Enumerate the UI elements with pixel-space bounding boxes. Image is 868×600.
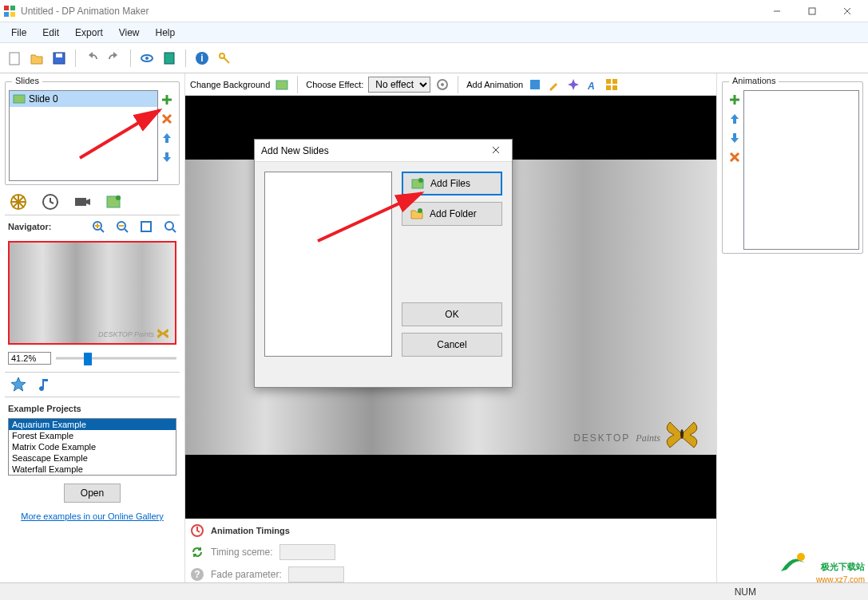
ok-button[interactable]: OK <box>402 302 502 326</box>
change-bg-label: Change Background <box>190 80 270 89</box>
delete-anim-button[interactable] <box>728 151 741 164</box>
effect-select[interactable]: No effect <box>368 77 430 93</box>
navigator-preview[interactable]: DESKTOP Paints <box>8 241 176 345</box>
separator <box>75 49 76 67</box>
anim-move-up-button[interactable] <box>728 112 741 125</box>
svg-point-40 <box>680 429 684 439</box>
site-watermark: 极光下载站 www.xz7.com <box>777 538 865 586</box>
add-folder-button[interactable]: Add Folder <box>402 202 502 226</box>
clock-tab[interactable] <box>42 193 59 211</box>
add-anim-grid-button[interactable] <box>604 77 619 92</box>
anim-move-down-button[interactable] <box>728 132 741 144</box>
add-anim-film-button[interactable] <box>528 77 542 92</box>
delete-slide-button[interactable] <box>161 112 173 125</box>
slides-label: Slides <box>12 76 42 85</box>
add-files-label: Add Files <box>430 178 470 189</box>
open-example-button[interactable]: Open <box>64 484 121 503</box>
zoom-input[interactable] <box>8 352 51 365</box>
close-icon <box>492 146 500 154</box>
zoom-row <box>5 348 180 369</box>
music-tab[interactable] <box>35 376 53 393</box>
save-button[interactable] <box>50 49 69 68</box>
project-tabs <box>5 372 180 397</box>
example-item[interactable]: Waterfall Example <box>9 464 176 475</box>
menu-edit[interactable]: Edit <box>34 24 67 41</box>
right-panel: Animations <box>716 73 868 582</box>
butterfly-icon <box>156 327 170 338</box>
undo-button[interactable] <box>82 49 101 68</box>
animations-side-buttons <box>726 90 743 250</box>
menu-export[interactable]: Export <box>67 24 111 41</box>
dialog-body: Add Files Add Folder OK Cancel <box>255 162 512 366</box>
gallery-link[interactable]: More examples in our Online Gallery <box>21 511 164 521</box>
zoom-out-icon[interactable] <box>116 220 129 233</box>
num-indicator: NUM <box>735 586 756 598</box>
slides-list[interactable]: Slide 0 <box>9 90 158 181</box>
separator <box>130 49 131 67</box>
camera-tab[interactable] <box>73 193 91 211</box>
new-button[interactable] <box>5 49 24 68</box>
file-icon <box>7 51 22 65</box>
add-slides-dialog: Add New Slides Add Files Add Folder OK C… <box>254 139 513 388</box>
redo-icon <box>107 51 121 65</box>
wheel-tab[interactable] <box>10 193 27 211</box>
svg-point-26 <box>116 195 121 200</box>
minimize-button[interactable] <box>759 0 795 22</box>
animations-list[interactable] <box>743 90 859 250</box>
menu-view[interactable]: View <box>111 24 148 41</box>
site-name: 极光下载站 <box>821 561 865 573</box>
svg-rect-29 <box>141 222 151 231</box>
eye-icon <box>140 51 154 65</box>
effect-settings-button[interactable] <box>435 77 450 92</box>
slides-group: Slides Slide 0 <box>5 81 180 185</box>
menu-help[interactable]: Help <box>148 24 184 41</box>
svg-rect-38 <box>606 85 611 90</box>
image-tab[interactable] <box>105 193 123 211</box>
open-button[interactable] <box>27 49 46 68</box>
svg-text:?: ? <box>194 569 200 580</box>
window-controls <box>759 0 865 22</box>
register-button[interactable] <box>215 49 234 68</box>
zoom-actual-icon[interactable] <box>164 220 176 233</box>
zoom-slider[interactable] <box>56 351 176 365</box>
dialog-close-button[interactable] <box>486 145 505 156</box>
cancel-button[interactable]: Cancel <box>402 333 502 357</box>
star-tab[interactable] <box>10 376 27 393</box>
close-button[interactable] <box>830 0 865 22</box>
butterfly-icon <box>664 418 700 450</box>
example-item[interactable]: Forest Example <box>9 430 176 441</box>
menu-file[interactable]: File <box>3 24 34 41</box>
add-anim-button[interactable] <box>728 93 741 106</box>
dialog-file-list[interactable] <box>264 172 392 357</box>
slide-item[interactable]: Slide 0 <box>10 91 157 107</box>
slider-track <box>56 357 176 360</box>
add-anim-text-button[interactable]: A <box>585 77 600 92</box>
slider-thumb[interactable] <box>84 353 92 365</box>
folder-open-icon <box>30 51 44 65</box>
examples-list[interactable]: Aquarium Example Forest Example Matrix C… <box>8 418 176 476</box>
move-down-button[interactable] <box>161 151 173 164</box>
example-item[interactable]: Matrix Code Example <box>9 441 176 452</box>
preview-button[interactable] <box>137 49 157 68</box>
add-files-button[interactable]: Add Files <box>402 172 502 195</box>
example-item[interactable]: Seascape Example <box>9 452 176 464</box>
zoom-fit-icon[interactable] <box>140 220 153 233</box>
add-slide-button[interactable] <box>161 93 173 106</box>
redo-button[interactable] <box>105 49 124 68</box>
add-anim-brush-button[interactable] <box>547 77 561 92</box>
dialog-title: Add New Slides <box>261 145 486 156</box>
timing-scheme-select <box>279 544 335 560</box>
svg-rect-24 <box>75 198 86 206</box>
main-toolbar: i <box>0 43 868 73</box>
svg-rect-37 <box>612 79 617 84</box>
maximize-button[interactable] <box>795 0 830 22</box>
change-bg-button[interactable] <box>275 77 289 92</box>
move-up-button[interactable] <box>161 132 173 144</box>
example-item[interactable]: Aquarium Example <box>9 419 176 430</box>
choose-effect-label: Choose Effect: <box>306 80 363 89</box>
zoom-in-icon[interactable] <box>92 220 105 233</box>
watermark-text-small: DESKTOP Paints <box>98 330 154 338</box>
export-button[interactable] <box>160 49 179 68</box>
add-anim-sparkle-button[interactable] <box>566 77 581 92</box>
info-button[interactable]: i <box>192 49 212 68</box>
